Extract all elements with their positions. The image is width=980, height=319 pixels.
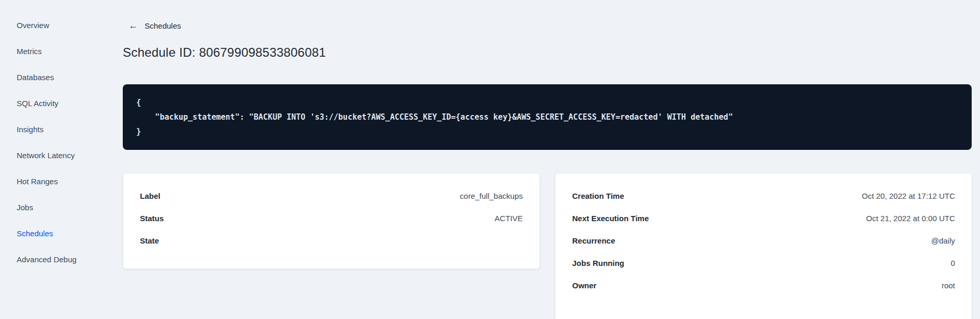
detail-row-owner: Owner root [572, 274, 955, 297]
back-to-schedules-link[interactable]: ← Schedules [128, 21, 181, 30]
detail-row-recurrence: Recurrence @daily [572, 229, 955, 252]
app-window: Overview Metrics Databases SQL Activity … [0, 0, 980, 319]
sidebar-item-jobs[interactable]: Jobs [0, 194, 94, 220]
page-title: Schedule ID: 806799098533806081 [123, 45, 972, 60]
owner-key: Owner [572, 281, 597, 290]
detail-row-state: State [140, 229, 523, 252]
sidebar-item-overview[interactable]: Overview [0, 12, 94, 38]
code-line: { [136, 95, 958, 110]
sidebar-item-advanced-debug[interactable]: Advanced Debug [0, 246, 94, 272]
next-execution-time-value: Oct 21, 2022 at 0:00 UTC [866, 214, 955, 223]
state-key: State [140, 236, 159, 245]
backup-statement-code-block: { "backup_statement": "BACKUP INTO 's3:/… [123, 84, 972, 150]
label-value: core_full_backups [460, 192, 523, 200]
sidebar-item-network-latency[interactable]: Network Latency [0, 142, 94, 168]
detail-row-next-execution-time: Next Execution Time Oct 21, 2022 at 0:00… [572, 207, 955, 229]
owner-value: root [942, 281, 955, 290]
detail-row-jobs-running: Jobs Running 0 [572, 252, 955, 274]
schedule-timing-card: Creation Time Oct 20, 2022 at 17:12 UTC … [555, 173, 972, 319]
code-line: } [136, 124, 958, 139]
next-execution-time-key: Next Execution Time [572, 214, 649, 223]
back-arrow-icon: ← [128, 21, 138, 30]
code-line: "backup_statement": "BACKUP INTO 's3://b… [136, 110, 958, 124]
sidebar-nav: Overview Metrics Databases SQL Activity … [0, 0, 94, 319]
creation-time-value: Oct 20, 2022 at 17:12 UTC [862, 192, 955, 200]
recurrence-value: @daily [931, 236, 955, 245]
jobs-running-key: Jobs Running [572, 259, 624, 267]
detail-row-status: Status ACTIVE [140, 207, 523, 229]
sidebar-item-insights[interactable]: Insights [0, 116, 94, 142]
sidebar-item-schedules[interactable]: Schedules [0, 220, 94, 246]
detail-row-creation-time: Creation Time Oct 20, 2022 at 17:12 UTC [572, 185, 955, 207]
main-content: ← Schedules Schedule ID: 806799098533806… [94, 0, 980, 319]
detail-row-label: Label core_full_backups [140, 185, 523, 207]
schedule-summary-card: Label core_full_backups Status ACTIVE St… [123, 173, 540, 269]
back-link-label: Schedules [145, 21, 181, 30]
sidebar-item-metrics[interactable]: Metrics [0, 38, 94, 64]
detail-cards: Label core_full_backups Status ACTIVE St… [123, 173, 972, 319]
label-key: Label [140, 192, 160, 200]
sidebar-item-databases[interactable]: Databases [0, 64, 94, 90]
jobs-running-value: 0 [951, 259, 955, 267]
status-key: Status [140, 214, 164, 223]
recurrence-key: Recurrence [572, 236, 615, 245]
sidebar-item-hot-ranges[interactable]: Hot Ranges [0, 168, 94, 194]
creation-time-key: Creation Time [572, 192, 624, 200]
status-value: ACTIVE [495, 214, 523, 223]
sidebar-item-sql-activity[interactable]: SQL Activity [0, 90, 94, 116]
